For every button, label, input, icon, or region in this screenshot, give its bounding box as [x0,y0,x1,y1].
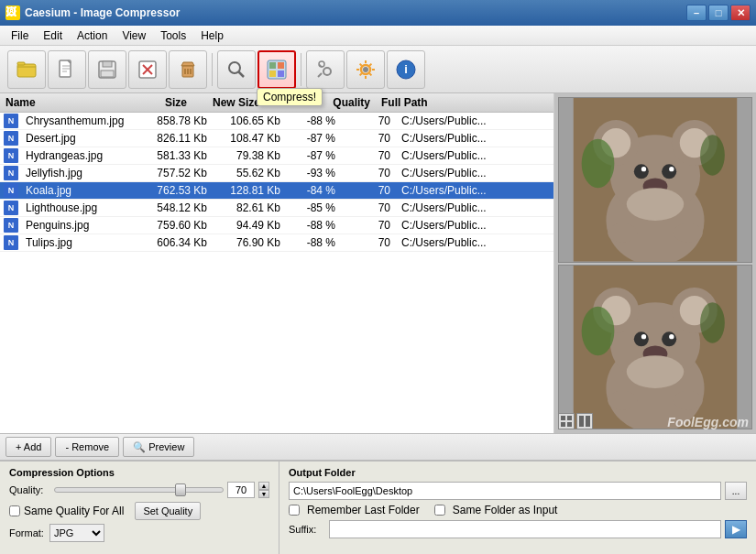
file-list-panel: Name Size New Size Ratio Quality Full Pa… [0,93,554,433]
file-ratio: -87 % [286,148,341,163]
preview-compressed [558,265,752,430]
split-view-btn[interactable] [576,413,593,429]
quality-slider[interactable] [54,487,224,493]
grid-view-btn[interactable] [558,413,575,429]
slider-thumb [175,483,186,496]
table-row[interactable]: N Koala.jpg 762.53 Kb 128.81 Kb -84 % 70… [0,182,553,200]
svg-rect-61 [567,416,572,420]
file-path: C:/Users/Public... [396,148,553,163]
svg-rect-17 [278,62,284,69]
file-new-size: 128.81 Kb [213,183,286,198]
quality-increment[interactable]: ▲ [258,482,269,490]
col-header-name: Name [0,95,119,110]
suffix-input[interactable] [329,520,721,538]
tools-btn[interactable] [306,50,345,89]
svg-rect-0 [17,64,36,77]
svg-rect-1 [17,62,25,65]
close-file-btn[interactable] [128,50,167,89]
table-row[interactable]: N Tulips.jpg 606.34 Kb 76.90 Kb -88 % 70… [0,234,553,252]
list-toolbar: + Add - Remove 🔍 Preview [0,433,756,461]
file-name: Desert.jpg [20,131,139,146]
suffix-label: Suffix: [289,524,325,535]
svg-point-36 [669,167,674,171]
set-quality-button[interactable]: Set Quality [135,502,201,520]
toolbar: i Compress! [0,46,756,93]
menu-file[interactable]: File [4,27,36,44]
close-button[interactable]: ✕ [730,5,751,21]
suffix-button[interactable]: ▶ [725,520,747,538]
menu-bar: File Edit Action View Tools Help [0,26,756,46]
svg-point-41 [582,139,615,189]
table-row[interactable]: N Desert.jpg 826.11 Kb 108.47 Kb -87 % 7… [0,130,553,147]
svg-point-53 [669,333,674,338]
svg-point-59 [700,302,725,343]
menu-help[interactable]: Help [193,27,231,44]
file-new-size: 76.90 Kb [213,235,286,250]
folder-input[interactable] [289,482,721,500]
svg-point-20 [323,68,331,75]
folder-row: ... [289,482,747,500]
remember-folder-checkbox[interactable] [289,505,300,516]
same-quality-checkbox[interactable] [9,505,20,516]
file-path: C:/Users/Public... [396,235,553,250]
col-header-quality: Quality [321,95,376,110]
svg-point-56 [608,390,637,409]
open-file-btn[interactable] [48,50,86,89]
search-btn[interactable] [217,50,256,89]
menu-view[interactable]: View [115,27,153,44]
table-row[interactable]: N Penguins.jpg 759.60 Kb 94.49 Kb -88 % … [0,217,553,234]
menu-edit[interactable]: Edit [36,27,70,44]
svg-point-13 [229,62,240,73]
minimize-button[interactable]: – [686,5,707,21]
svg-point-50 [634,331,649,346]
svg-point-40 [674,223,703,243]
info-btn[interactable]: i [387,50,425,89]
file-icon: N [4,114,18,128]
file-path: C:/Users/Public... [396,114,553,128]
same-folder-checkbox[interactable] [434,505,445,516]
menu-action[interactable]: Action [70,27,115,44]
file-new-size: 108.47 Kb [213,131,286,146]
browse-button[interactable]: ... [725,482,747,500]
clear-btn[interactable] [169,50,207,89]
svg-rect-5 [101,71,114,77]
quality-label: Quality: [9,484,50,495]
table-row[interactable]: N Chrysanthemum.jpg 858.78 Kb 106.65 Kb … [0,113,553,130]
file-icon: N [4,148,18,163]
compress-btn[interactable] [257,50,296,89]
file-size: 757.52 Kb [139,166,213,180]
col-header-path: Full Path [376,95,553,110]
svg-point-34 [662,164,676,179]
remove-button[interactable]: - Remove [55,437,119,457]
quality-decrement[interactable]: ▼ [258,490,269,498]
file-new-size: 79.38 Kb [213,148,286,163]
menu-tools[interactable]: Tools [153,27,193,44]
quality-value-input[interactable] [227,482,255,498]
file-size: 858.78 Kb [139,114,213,128]
table-row[interactable]: N Jellyfish.jpg 757.52 Kb 55.62 Kb -93 %… [0,165,553,182]
svg-rect-63 [567,422,572,427]
file-size: 581.33 Kb [139,148,213,163]
save-btn[interactable] [88,50,126,89]
file-quality: 70 [341,148,396,163]
output-title: Output Folder [289,467,747,478]
settings-btn[interactable] [346,50,385,89]
format-select[interactable]: JPG PNG BMP [49,524,104,542]
table-row[interactable]: N Hydrangeas.jpg 581.33 Kb 79.38 Kb -87 … [0,147,553,165]
preview-button[interactable]: 🔍 Preview [123,437,194,457]
file-path: C:/Users/Public... [396,201,553,215]
svg-point-33 [634,164,649,179]
maximize-button[interactable]: □ [708,5,729,21]
file-quality: 70 [341,166,396,180]
open-folder-btn[interactable] [7,50,46,89]
suffix-row: Suffix: ▶ [289,520,747,538]
file-name: Lighthouse.jpg [20,201,139,215]
compression-panel: Compression Options Quality: ▲ ▼ Same Qu… [0,462,279,554]
table-row[interactable]: N Lighthouse.jpg 548.12 Kb 82.61 Kb -85 … [0,200,553,217]
add-button[interactable]: + Add [5,437,51,457]
svg-rect-62 [561,422,565,427]
file-name: Jellyfish.jpg [20,166,139,180]
file-name: Hydrangeas.jpg [20,148,139,163]
toolbar-separator-1 [212,53,213,86]
file-path: C:/Users/Public... [396,131,553,146]
